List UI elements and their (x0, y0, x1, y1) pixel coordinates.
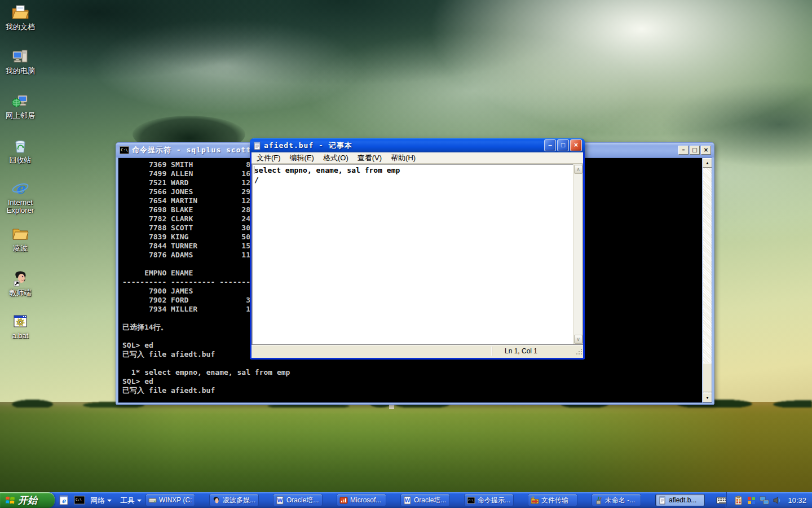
notepad-scrollbar[interactable]: ∧ ∨ (573, 164, 582, 344)
toolbar-tools-label: 工具 (120, 496, 135, 506)
desktop-icon-my-computer[interactable]: 我的电脑 (2, 47, 38, 76)
taskbar-button-winxp-c[interactable]: WINXP (C:) (145, 494, 195, 506)
cmd-scrollbar[interactable]: ▲ ▼ (702, 158, 712, 402)
desktop-icon-lingbo-folder[interactable]: 凌波 (2, 225, 38, 253)
desktop-icon-network-places[interactable]: 网上邻居 (2, 92, 38, 120)
desktop-icon-label: Internet Explorer (2, 199, 38, 214)
powerpoint-icon (339, 496, 348, 505)
desktop-icon-label: 我的文档 (6, 23, 35, 31)
start-button-label: 开始 (18, 494, 37, 507)
quick-launch-app-icon[interactable]: e (59, 495, 70, 505)
notepad-window-title: afiedt.buf - 记事本 (264, 141, 544, 151)
taskbar-button-afiedt-notepad[interactable]: afiedt.b... (655, 494, 705, 506)
notepad-titlebar[interactable]: afiedt.buf - 记事本 – □ × (250, 138, 585, 152)
chevron-down-icon (107, 500, 112, 502)
taskbar-button-powerpoint[interactable]: Microsof... (337, 494, 386, 506)
desktop-icon-label: a.bat (12, 332, 29, 340)
word-doc-icon: W (403, 496, 412, 505)
svg-text:W: W (405, 498, 411, 503)
tray-clipboard-icon[interactable] (734, 496, 743, 505)
taskbar-button-oracle-doc-2[interactable]: W Oracle培... (400, 494, 450, 506)
network-places-icon (11, 92, 29, 110)
desktop-icon-recycle-bin[interactable]: 回收站 (2, 137, 38, 165)
taskbar-toolbar-tools[interactable]: 工具 (120, 496, 142, 506)
my-documents-icon (11, 3, 29, 21)
folder-icon (11, 225, 29, 243)
file-transfer-icon (531, 496, 539, 505)
svg-text:C:\: C:\ (469, 498, 474, 502)
desktop-icon-label: 教师端 (10, 289, 32, 297)
svg-text:W: W (277, 498, 283, 503)
cmd-minimize-button[interactable]: – (678, 146, 689, 155)
recycle-bin-icon (11, 137, 29, 155)
teacher-icon (11, 269, 29, 287)
taskbar-clock[interactable]: 10:32 (788, 496, 806, 505)
cmd-scrollbar-thumb[interactable] (703, 363, 712, 392)
notepad-close-button[interactable]: × (570, 139, 582, 151)
notepad-text-area[interactable]: select empno, ename, sal from emp / ∧ ∨ (251, 164, 583, 345)
tray-volume-icon[interactable] (773, 496, 782, 505)
taskbar-button-lingbo[interactable]: 凌波多媒... (209, 494, 259, 506)
desktop-icon-a-bat[interactable]: a.bat (2, 312, 38, 340)
cmd-window-icon: C:\ (120, 146, 129, 154)
taskbar-button-paint[interactable]: 未命名 -... (592, 494, 641, 506)
desktop-icon-teacher[interactable]: 教师端 (2, 269, 38, 297)
cmd-icon: C:\ (467, 496, 475, 505)
desktop-icon-internet-explorer[interactable]: e Internet Explorer (2, 179, 38, 215)
quick-launch-cmd-icon[interactable]: C:\ (74, 495, 85, 505)
text-caret (254, 166, 254, 174)
desktop-icon-my-documents[interactable]: 我的文档 (2, 3, 38, 32)
menu-format[interactable]: 格式(O) (319, 152, 353, 164)
drive-icon (148, 496, 157, 505)
notepad-window: afiedt.buf - 记事本 – □ × 文件(F) 编辑(E) 格式(O)… (250, 138, 585, 360)
taskbar-toolbar-network[interactable]: 网络 (90, 496, 112, 506)
paint-icon (594, 496, 603, 505)
notepad-icon (658, 496, 667, 505)
notepad-minimize-button[interactable]: – (544, 139, 556, 151)
cmd-scroll-up-icon[interactable]: ▲ (703, 158, 712, 168)
cmd-scroll-down-icon[interactable]: ▼ (703, 393, 712, 402)
tray-colored-squares-icon[interactable] (747, 496, 756, 505)
desktop-icon-label: 我的电脑 (6, 67, 35, 75)
taskbar-button-oracle-doc-1[interactable]: W Oracle培... (273, 494, 323, 506)
cursor-position-status: Ln 1, Col 1 (492, 347, 575, 356)
start-button[interactable]: 开始 (0, 492, 55, 508)
menu-help[interactable]: 帮助(H) (386, 152, 420, 164)
notepad-statusbar: Ln 1, Col 1 (251, 345, 583, 356)
system-tray: 10:32 (726, 492, 812, 508)
chevron-down-icon (137, 500, 142, 502)
windows-flag-icon (5, 494, 16, 506)
svg-text:e: e (16, 180, 26, 197)
svg-text:e: e (62, 497, 67, 505)
taskbar-button-cmd[interactable]: C:\ 命令提示... (464, 494, 514, 506)
notepad-window-icon (253, 141, 262, 150)
cmd-close-button[interactable]: × (701, 146, 711, 155)
notepad-text: select empno, ename, sal from emp / (252, 164, 582, 185)
desktop-icon-label: 回收站 (10, 156, 32, 164)
face-icon (212, 496, 220, 505)
toolbar-network-label: 网络 (90, 496, 105, 506)
svg-text:C:\: C:\ (76, 497, 82, 501)
batch-file-icon (11, 312, 29, 330)
menu-file[interactable]: 文件(F) (252, 152, 285, 164)
internet-explorer-icon: e (11, 179, 29, 198)
resize-grip[interactable] (575, 347, 583, 356)
menu-edit[interactable]: 编辑(E) (285, 152, 319, 164)
tray-network-icon[interactable] (760, 496, 769, 505)
taskbar-button-file-transfer[interactable]: 文件传输 (528, 494, 577, 506)
notepad-maximize-button[interactable]: □ (557, 139, 569, 151)
notepad-menubar: 文件(F) 编辑(E) 格式(O) 查看(V) 帮助(H) (251, 152, 583, 164)
my-computer-icon (11, 47, 29, 65)
notepad-scroll-down-icon[interactable]: ∨ (574, 335, 582, 344)
desktop-icon-label: 网上邻居 (6, 112, 35, 120)
cmd-maximize-button[interactable]: □ (690, 146, 700, 155)
taskbar: 开始 e C:\ 网络 工具 WINXP (C:) 凌波多媒... W (0, 492, 812, 508)
menu-view[interactable]: 查看(V) (353, 152, 386, 164)
word-doc-icon: W (276, 496, 284, 505)
notepad-scroll-up-icon[interactable]: ∧ (574, 165, 582, 174)
desktop-icon-label: 凌波 (13, 244, 28, 252)
